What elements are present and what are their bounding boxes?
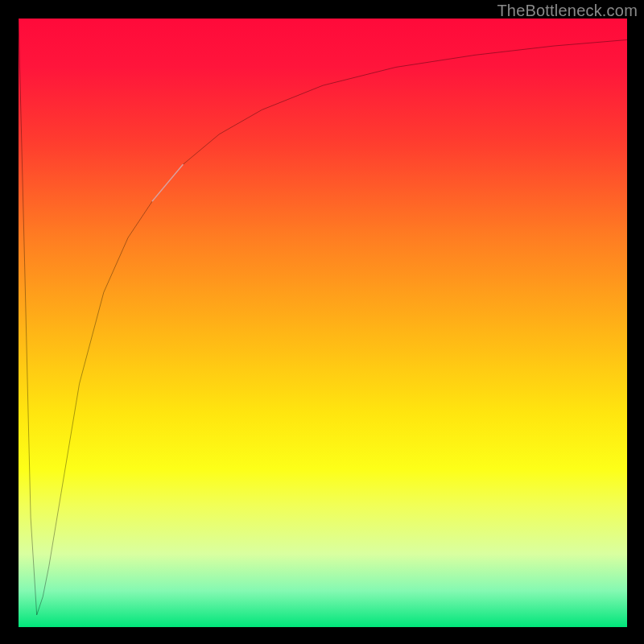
curve-path [19, 19, 627, 615]
highlight-segment [152, 164, 183, 200]
chart-curve-layer [19, 19, 627, 627]
chart-container: TheBottleneck.com [0, 0, 644, 644]
source-credit: TheBottleneck.com [497, 2, 638, 20]
